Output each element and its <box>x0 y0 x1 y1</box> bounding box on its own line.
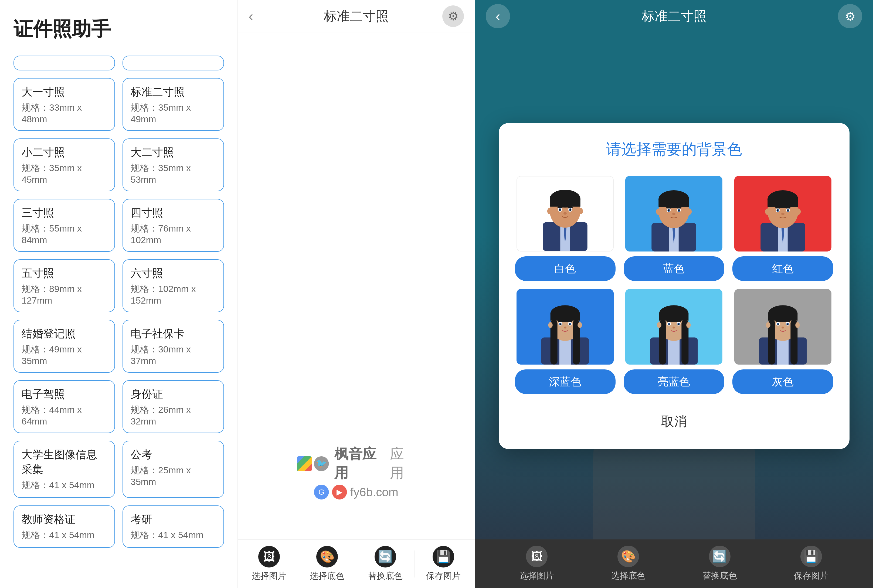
svg-rect-77 <box>668 337 680 364</box>
photo-item-3[interactable]: 大二寸照 规格：35mm x 53mm <box>123 138 224 191</box>
photo-item-12[interactable]: 大学生图像信息采集 规格：41 x 54mm <box>14 441 115 498</box>
svg-point-111 <box>782 327 784 328</box>
middle-panel: ‹ 标准二寸照 ⚙ 🐦 枫音应用 应用 G ▶ fy6b.com 🖼 <box>237 0 475 588</box>
photo-item-name-6: 五寸照 <box>22 266 107 280</box>
photo-item-13[interactable]: 公考 规格：25mm x 35mm <box>123 441 224 498</box>
select-image-label: 选择图片 <box>252 570 286 582</box>
photo-item-11[interactable]: 身份证 规格：26mm x 32mm <box>123 380 224 433</box>
photo-item-name-2: 小二寸照 <box>22 145 107 160</box>
middle-select-image-btn[interactable]: 🖼 选择图片 <box>252 546 286 582</box>
svg-point-92 <box>673 327 675 328</box>
svg-point-54 <box>781 212 784 215</box>
watermark: 🐦 枫音应用 应用 G ▶ fy6b.com <box>297 445 416 502</box>
lightblue-color-btn[interactable]: 亮蓝色 <box>624 369 724 394</box>
right-title: 标准二寸照 <box>642 8 706 25</box>
partial-item-2[interactable] <box>123 56 224 70</box>
portrait-white <box>516 176 614 252</box>
photo-item-1[interactable]: 标准二寸照 规格：35mm x 49mm <box>123 78 224 131</box>
settings-button[interactable]: ⚙ <box>442 5 464 27</box>
svg-point-50 <box>777 209 778 211</box>
photo-item-14[interactable]: 教师资格证 规格：41 x 54mm <box>14 506 115 548</box>
svg-point-112 <box>766 322 771 328</box>
photo-item-spec-3: 规格：35mm x 53mm <box>130 162 216 185</box>
svg-rect-26 <box>659 199 689 207</box>
right-back-button[interactable]: ‹ <box>486 4 510 28</box>
photo-item-spec-15: 规格：41 x 54mm <box>130 529 216 542</box>
photo-item-spec-10: 规格：44mm x 64mm <box>22 404 107 427</box>
save-image-label: 保存图片 <box>426 570 460 582</box>
wm-icon-4: ▶ <box>332 484 347 500</box>
svg-rect-58 <box>560 337 571 364</box>
right-replace-color-icon: 🔄 <box>709 546 730 567</box>
right-select-color-btn[interactable]: 🎨 选择底色 <box>611 546 645 582</box>
photo-item-spec-1: 规格：35mm x 49mm <box>130 102 216 124</box>
photo-item-6[interactable]: 五寸照 规格：89mm x 127mm <box>14 260 115 312</box>
female-portrait-gray <box>748 294 818 364</box>
svg-point-113 <box>795 322 800 328</box>
color-option-lightblue[interactable]: 亮蓝色 <box>624 289 724 394</box>
photo-item-7[interactable]: 六寸照 规格：102mm x 152mm <box>123 260 224 312</box>
portrait-lightblue <box>625 289 722 364</box>
photo-item-spec-6: 规格：89mm x 127mm <box>22 283 107 306</box>
right-save-image-label: 保存图片 <box>794 570 828 582</box>
right-save-image-btn[interactable]: 💾 保存图片 <box>794 546 828 582</box>
color-option-blue[interactable]: 蓝色 <box>624 176 724 281</box>
wm-icon-1 <box>297 456 312 471</box>
color-option-darkblue[interactable]: 深蓝色 <box>515 289 615 394</box>
photo-item-2[interactable]: 小二寸照 规格：35mm x 45mm <box>14 138 115 191</box>
right-replace-color-btn[interactable]: 🔄 替换底色 <box>702 546 737 582</box>
bg-color-modal: 请选择需要的背景色 <box>499 123 849 449</box>
photo-item-8[interactable]: 结婚登记照 规格：49mm x 35mm <box>14 320 115 373</box>
color-option-white[interactable]: 白色 <box>515 176 615 281</box>
female-portrait-darkblue <box>530 294 600 364</box>
svg-rect-34 <box>676 207 682 208</box>
middle-content: 🐦 枫音应用 应用 G ▶ fy6b.com <box>238 32 475 539</box>
svg-point-73 <box>564 327 566 328</box>
photo-item-4[interactable]: 三寸照 规格：55mm x 84mm <box>14 199 115 252</box>
photo-item-10[interactable]: 电子驾照 规格：44mm x 64mm <box>14 380 115 433</box>
modal-title: 请选择需要的背景色 <box>515 139 833 160</box>
middle-select-color-btn[interactable]: 🎨 选择底色 <box>310 546 344 582</box>
right-save-image-icon: 💾 <box>800 546 822 567</box>
photo-item-name-8: 结婚登记照 <box>22 326 107 341</box>
back-button[interactable]: ‹ <box>249 8 253 24</box>
photo-item-name-13: 公考 <box>130 447 216 462</box>
select-color-label: 选择底色 <box>310 570 344 582</box>
photo-item-spec-4: 规格：55mm x 84mm <box>22 222 107 245</box>
middle-replace-color-btn[interactable]: 🔄 替换底色 <box>368 546 403 582</box>
photo-item-0[interactable]: 大一寸照 规格：33mm x 48mm <box>14 78 115 131</box>
svg-point-75 <box>578 322 582 328</box>
svg-point-16 <box>564 212 567 214</box>
color-option-red[interactable]: 红色 <box>732 176 833 281</box>
white-color-btn[interactable]: 白色 <box>515 256 615 281</box>
svg-rect-72 <box>567 321 572 322</box>
photo-item-name-11: 身份证 <box>130 387 216 402</box>
red-color-btn[interactable]: 红色 <box>732 256 833 281</box>
photo-item-5[interactable]: 四寸照 规格：76mm x 102mm <box>123 199 224 252</box>
partial-item-1[interactable] <box>14 56 115 70</box>
color-selection-dialog: 请选择需要的背景色 <box>499 123 849 449</box>
color-grid: 白色 <box>515 176 833 394</box>
wm-icon-2: 🐦 <box>314 456 329 471</box>
photo-item-spec-2: 规格：35mm x 45mm <box>22 162 107 185</box>
svg-point-12 <box>560 209 561 211</box>
photo-item-name-14: 教师资格证 <box>22 512 107 527</box>
middle-save-image-btn[interactable]: 💾 保存图片 <box>426 546 460 582</box>
photo-item-spec-5: 规格：76mm x 102mm <box>130 222 216 245</box>
darkblue-color-btn[interactable]: 深蓝色 <box>515 369 615 394</box>
svg-rect-110 <box>785 321 790 322</box>
gray-color-btn[interactable]: 灰色 <box>732 369 833 394</box>
right-footer: 🖼 选择图片 🎨 选择底色 🔄 替换底色 💾 保存图片 <box>475 539 873 588</box>
photo-item-spec-11: 规格：26mm x 32mm <box>130 404 216 427</box>
color-option-gray[interactable]: 灰色 <box>732 289 833 394</box>
cancel-button[interactable]: 取消 <box>515 408 833 435</box>
male-portrait-blue <box>639 182 709 252</box>
replace-color-label: 替换底色 <box>368 570 403 582</box>
photo-item-15[interactable]: 考研 规格：41 x 54mm <box>123 506 224 548</box>
right-select-image-btn[interactable]: 🖼 选择图片 <box>519 546 554 582</box>
svg-rect-53 <box>785 207 790 208</box>
svg-rect-52 <box>775 207 780 208</box>
blue-color-btn[interactable]: 蓝色 <box>624 256 724 281</box>
photo-item-9[interactable]: 电子社保卡 规格：30mm x 37mm <box>123 320 224 373</box>
right-settings-button[interactable]: ⚙ <box>838 4 862 28</box>
